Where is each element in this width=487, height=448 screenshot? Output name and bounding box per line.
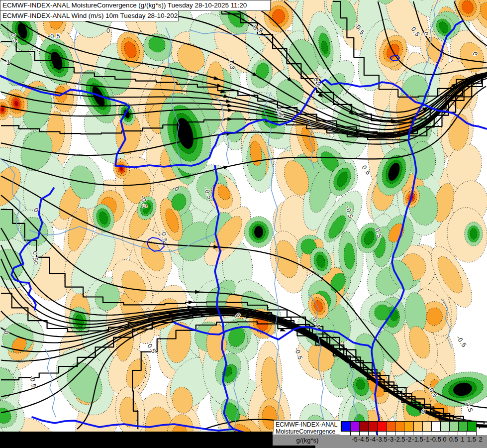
legend-swatch (422, 421, 432, 432)
legend-swatch (395, 421, 404, 432)
legend-swatch (413, 421, 423, 432)
contour-label: 0.50 (31, 251, 39, 265)
legend-swatch (458, 421, 468, 432)
legend-tick (350, 431, 351, 436)
legend-swatch (341, 421, 351, 432)
legend-swatch (368, 421, 378, 432)
legend-title-line1: ECMWF-INDEX-ANAL (276, 421, 340, 428)
legend-tick (431, 431, 431, 436)
contour-label: -0.5 (28, 375, 37, 389)
weather-map-canvas: -0.50.50-1-0.50.5000.50.500.50-0.5-0.5-0… (0, 0, 487, 448)
legend-swatch (404, 421, 413, 432)
legend-tick (467, 431, 467, 436)
legend-swatch (449, 421, 459, 432)
bottom-black-bar (0, 432, 273, 448)
legend-tick (449, 431, 449, 436)
legend-units: g/(kg*s) (273, 437, 342, 444)
contour-label: -1.3 (228, 57, 236, 70)
contour-label: 0 (106, 27, 110, 34)
legend-tick (368, 431, 369, 436)
legend-swatch (431, 421, 441, 432)
legend-tick (413, 431, 413, 436)
legend-swatch (350, 421, 360, 432)
legend-tick (440, 431, 440, 436)
legend-title-box: ECMWF-INDEX-ANAL MoistureConvergence (274, 420, 340, 435)
map-title-wind: ECMWF-INDEX-ANAL Wind (m/s) 10m Tuesday … (0, 10, 179, 21)
legend-tick (377, 431, 378, 436)
contour-label: -0.5 (145, 340, 158, 355)
legend-tick (458, 431, 458, 436)
legend-tick (422, 431, 422, 436)
legend-title-line2: MoistureConvergence (276, 428, 340, 435)
legend-tick (476, 431, 477, 436)
weather-map-viewer: -0.50.50-1-0.50.5000.50.500.50-0.5-0.5-0… (0, 0, 487, 448)
legend-tick (359, 431, 360, 436)
legend-tick (404, 431, 404, 436)
legend-swatch (359, 421, 369, 432)
contour-label: -0.5 (48, 33, 61, 40)
legend-swatch (377, 421, 387, 432)
legend-tick (395, 431, 395, 436)
legend-swatch (467, 421, 477, 432)
contour-label: -1 (4, 59, 10, 66)
legend-swatch (386, 421, 395, 432)
map-title-moisture-convergence: ECMWF-INDEX-ANAL MoistureConvergence (g/… (0, 0, 271, 11)
legend-black-strip (273, 446, 315, 448)
legend-tick-label: 2 (471, 436, 487, 443)
legend-swatch (440, 421, 450, 432)
contour-label: -0.5 (455, 335, 468, 349)
legend-tick (386, 431, 387, 436)
